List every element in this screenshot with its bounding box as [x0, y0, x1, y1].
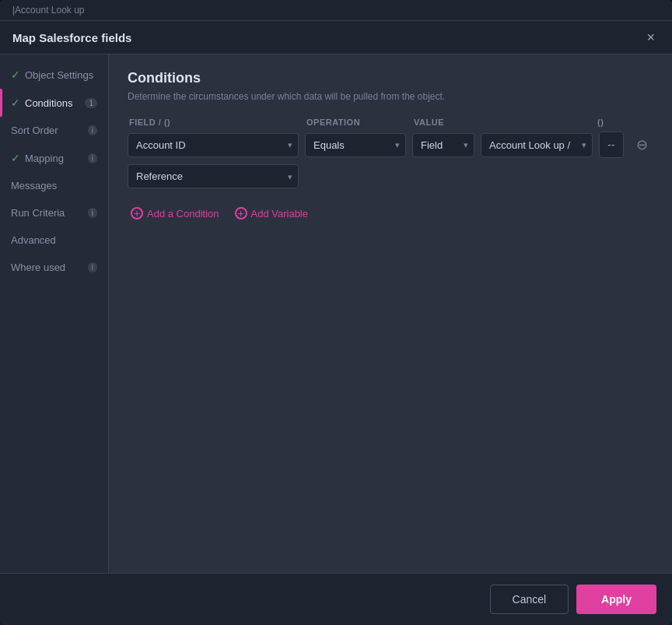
check-icon-mapping: ✓ — [11, 152, 20, 164]
col-header-value: VALUE — [414, 118, 476, 127]
add-condition-button[interactable]: + Add a Condition — [131, 207, 219, 219]
section-title: Conditions — [128, 70, 653, 86]
table-row: Reference Account ID — [128, 164, 653, 188]
sidebar-item-sort-order[interactable]: Sort Order i — [0, 117, 108, 144]
col-header-field: FIELD / () — [129, 118, 300, 127]
sidebar-label-where-used: Where used — [11, 262, 65, 273]
sidebar-label-run-criteria: Run Criteria — [11, 207, 65, 219]
sidebar-label-mapping: Mapping — [25, 153, 64, 164]
check-icon: ✓ — [11, 68, 20, 81]
modal: |Account Look up Map Salesforce fields ×… — [0, 0, 672, 625]
mapping-badge: i — [88, 153, 97, 163]
operation-select-1[interactable]: Equals Not Equals Contains Greater Than … — [305, 133, 406, 157]
value-field-select-wrapper-1: Account Look up / Va... — [481, 133, 593, 157]
add-condition-label: Add a Condition — [147, 208, 219, 219]
sidebar-item-messages[interactable]: Messages — [0, 172, 108, 199]
add-actions: + Add a Condition + Add Variable — [128, 207, 653, 219]
sidebar-item-advanced[interactable]: Advanced — [0, 226, 108, 254]
field-select-wrapper-1: Account ID Reference — [128, 133, 299, 157]
table-row: Account ID Reference Equals Not Equals C… — [128, 132, 653, 158]
sidebar: ✓ Object Settings ✓ Conditions 1 Sort Or… — [0, 54, 109, 573]
modal-overlay: |Account Look up Map Salesforce fields ×… — [0, 0, 672, 625]
col-header-parens: () — [597, 118, 622, 127]
modal-title: Map Salesforce fields — [12, 31, 131, 44]
section-desc: Determine the circumstances under which … — [128, 91, 653, 102]
field-select-1[interactable]: Account ID Reference — [128, 133, 299, 157]
close-button[interactable]: × — [642, 29, 660, 46]
operation-select-wrapper-1: Equals Not Equals Contains Greater Than … — [305, 133, 406, 157]
value-type-select-wrapper-1: Field Value Variable — [412, 133, 474, 157]
field-select-2[interactable]: Reference Account ID — [128, 164, 299, 188]
run-criteria-badge: i — [88, 208, 97, 218]
add-variable-label: Add Variable — [251, 208, 308, 219]
sidebar-item-conditions[interactable]: ✓ Conditions 1 — [0, 89, 108, 117]
sidebar-label-sort-order: Sort Order — [11, 125, 58, 136]
sidebar-item-run-criteria[interactable]: Run Criteria i — [0, 199, 108, 226]
sidebar-item-object-settings[interactable]: ✓ Object Settings — [0, 61, 108, 89]
modal-header: Map Salesforce fields × — [0, 21, 672, 54]
dash-button-1[interactable]: -- — [599, 132, 624, 158]
where-used-badge: i — [88, 262, 97, 272]
col-header-operation: OPERATION — [306, 118, 408, 127]
main-content: Conditions Determine the circumstances u… — [109, 54, 672, 573]
field-select-wrapper-2: Reference Account ID — [128, 164, 299, 188]
sidebar-item-where-used[interactable]: Where used i — [0, 254, 108, 281]
sidebar-label-object-settings: Object Settings — [25, 69, 93, 81]
col-header-value-field — [482, 118, 591, 127]
check-icon-conditions: ✓ — [11, 97, 20, 109]
cancel-button[interactable]: Cancel — [490, 585, 569, 614]
remove-button-1[interactable]: ⊖ — [630, 133, 653, 156]
add-condition-icon: + — [131, 207, 143, 219]
sidebar-item-mapping[interactable]: ✓ Mapping i — [0, 144, 108, 172]
table-header: FIELD / () OPERATION VALUE () — [128, 118, 653, 127]
apply-button[interactable]: Apply — [576, 585, 656, 614]
sidebar-label-conditions: Conditions — [25, 97, 72, 109]
add-variable-icon: + — [235, 207, 247, 219]
sidebar-label-advanced: Advanced — [11, 234, 56, 246]
sort-order-badge: i — [88, 125, 97, 135]
top-bar-text: |Account Look up — [12, 5, 85, 16]
top-bar: |Account Look up — [0, 0, 672, 21]
modal-footer: Cancel Apply — [0, 573, 672, 625]
conditions-badge: 1 — [85, 98, 97, 108]
value-type-select-1[interactable]: Field Value Variable — [412, 133, 474, 157]
value-field-select-1[interactable]: Account Look up / Va... — [481, 133, 593, 157]
modal-body: ✓ Object Settings ✓ Conditions 1 Sort Or… — [0, 54, 672, 573]
sidebar-label-messages: Messages — [11, 180, 57, 191]
add-variable-button[interactable]: + Add Variable — [235, 207, 308, 219]
